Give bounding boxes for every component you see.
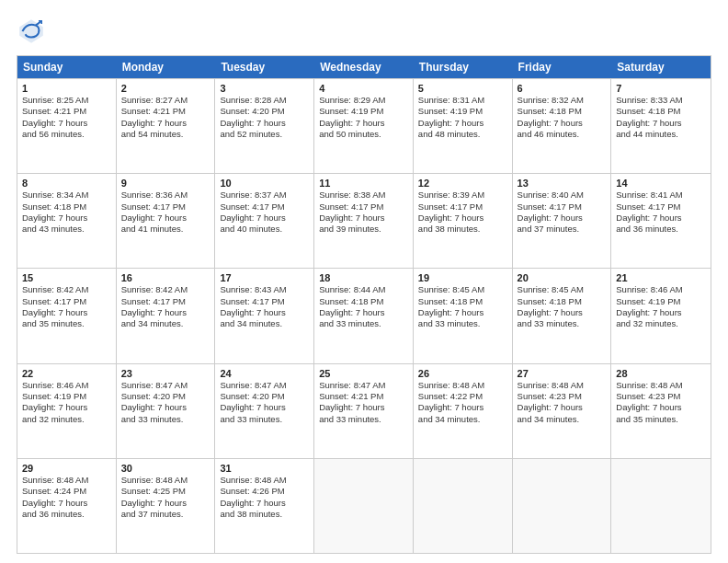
sunrise: Sunrise: 8:43 AM [220,284,309,295]
sunrise: Sunrise: 8:48 AM [22,475,111,486]
sunrise: Sunrise: 8:47 AM [121,380,210,391]
sunrise: Sunrise: 8:32 AM [518,95,607,106]
cal-cell: 30 Sunrise: 8:48 AM Sunset: 4:25 PM Dayl… [117,459,216,553]
sunset: Sunset: 4:24 PM [22,486,111,497]
cal-cell: 31 Sunrise: 8:48 AM Sunset: 4:26 PM Dayl… [215,459,314,553]
sunrise: Sunrise: 8:46 AM [22,380,111,391]
cal-cell: 4 Sunrise: 8:29 AM Sunset: 4:19 PM Dayli… [314,79,414,173]
sunset: Sunset: 4:22 PM [418,391,507,402]
cal-cell: 22 Sunrise: 8:46 AM Sunset: 4:19 PM Dayl… [17,364,117,458]
day-number: 24 [220,368,309,379]
daylight2: and 43 minutes. [22,224,111,235]
sunrise: Sunrise: 8:29 AM [319,95,408,106]
daylight2: and 34 minutes. [121,318,210,329]
day-header-sunday: Sunday [17,56,117,78]
daylight2: and 33 minutes. [220,414,309,425]
daylight1: Daylight: 7 hours [319,402,408,413]
calendar: SundayMondayTuesdayWednesdayThursdayFrid… [17,55,711,554]
daylight1: Daylight: 7 hours [616,118,706,129]
day-number: 6 [518,83,607,94]
day-header-saturday: Saturday [611,56,711,78]
daylight1: Daylight: 7 hours [220,118,309,129]
sunset: Sunset: 4:19 PM [616,296,706,307]
daylight1: Daylight: 7 hours [22,307,111,318]
day-number: 27 [518,368,607,379]
cal-cell: 29 Sunrise: 8:48 AM Sunset: 4:24 PM Dayl… [17,459,117,553]
sunset: Sunset: 4:17 PM [220,201,309,213]
sunset: Sunset: 4:17 PM [220,296,309,307]
cal-cell: 13 Sunrise: 8:40 AM Sunset: 4:17 PM Dayl… [513,174,612,268]
cal-cell: 11 Sunrise: 8:38 AM Sunset: 4:17 PM Dayl… [314,174,414,268]
daylight2: and 37 minutes. [121,509,210,520]
daylight1: Daylight: 7 hours [518,307,607,318]
daylight1: Daylight: 7 hours [220,213,309,224]
daylight1: Daylight: 7 hours [518,213,607,224]
cal-cell: 7 Sunrise: 8:33 AM Sunset: 4:18 PM Dayli… [611,79,711,173]
sunset: Sunset: 4:20 PM [220,106,309,117]
day-number: 30 [121,463,210,474]
cal-cell: 12 Sunrise: 8:39 AM Sunset: 4:17 PM Dayl… [414,174,513,268]
daylight2: and 46 minutes. [518,129,607,140]
cal-cell: 27 Sunrise: 8:48 AM Sunset: 4:23 PM Dayl… [513,364,612,458]
daylight1: Daylight: 7 hours [616,402,706,413]
day-number: 2 [121,83,210,94]
sunrise: Sunrise: 8:48 AM [616,380,706,391]
sunrise: Sunrise: 8:48 AM [418,380,507,391]
day-header-wednesday: Wednesday [314,56,414,78]
cal-cell: 15 Sunrise: 8:42 AM Sunset: 4:17 PM Dayl… [17,269,117,362]
sunset: Sunset: 4:18 PM [319,296,408,307]
daylight2: and 40 minutes. [220,224,309,235]
header [17,17,711,46]
cal-cell: 23 Sunrise: 8:47 AM Sunset: 4:20 PM Dayl… [117,364,216,458]
sunset: Sunset: 4:21 PM [319,391,408,402]
sunrise: Sunrise: 8:40 AM [518,190,607,201]
daylight2: and 33 minutes. [518,318,607,329]
day-number: 16 [121,272,210,283]
sunrise: Sunrise: 8:25 AM [22,95,111,106]
day-number: 12 [418,178,507,189]
sunset: Sunset: 4:21 PM [121,106,210,117]
sunrise: Sunrise: 8:28 AM [220,95,309,106]
daylight1: Daylight: 7 hours [220,402,309,413]
sunrise: Sunrise: 8:48 AM [518,380,607,391]
daylight1: Daylight: 7 hours [616,213,706,224]
day-number: 29 [22,463,111,474]
day-number: 21 [616,272,706,283]
cal-cell: 26 Sunrise: 8:48 AM Sunset: 4:22 PM Dayl… [414,364,513,458]
sunset: Sunset: 4:23 PM [518,391,607,402]
cal-cell: 25 Sunrise: 8:47 AM Sunset: 4:21 PM Dayl… [314,364,414,458]
sunset: Sunset: 4:17 PM [418,201,507,213]
sunset: Sunset: 4:17 PM [616,201,706,213]
sunrise: Sunrise: 8:48 AM [220,475,309,486]
sunrise: Sunrise: 8:38 AM [319,190,408,201]
sunrise: Sunrise: 8:47 AM [319,380,408,391]
sunset: Sunset: 4:20 PM [121,391,210,402]
week-row-1: 1 Sunrise: 8:25 AM Sunset: 4:21 PM Dayli… [17,78,711,173]
day-number: 20 [518,272,607,283]
daylight2: and 33 minutes. [121,414,210,425]
daylight2: and 33 minutes. [319,318,408,329]
daylight1: Daylight: 7 hours [22,402,111,413]
daylight2: and 36 minutes. [22,509,111,520]
cal-cell: 21 Sunrise: 8:46 AM Sunset: 4:19 PM Dayl… [611,269,711,362]
cal-cell: 28 Sunrise: 8:48 AM Sunset: 4:23 PM Dayl… [611,364,711,458]
cal-cell: 9 Sunrise: 8:36 AM Sunset: 4:17 PM Dayli… [117,174,216,268]
daylight1: Daylight: 7 hours [22,118,111,129]
daylight1: Daylight: 7 hours [518,118,607,129]
logo-icon [17,17,46,46]
sunset: Sunset: 4:18 PM [616,106,706,117]
daylight2: and 34 minutes. [418,414,507,425]
sunrise: Sunrise: 8:37 AM [220,190,309,201]
daylight1: Daylight: 7 hours [121,118,210,129]
cal-cell: 19 Sunrise: 8:45 AM Sunset: 4:18 PM Dayl… [414,269,513,362]
sunrise: Sunrise: 8:47 AM [220,380,309,391]
daylight1: Daylight: 7 hours [616,307,706,318]
cal-cell [513,459,612,553]
day-number: 5 [418,83,507,94]
daylight2: and 38 minutes. [418,224,507,235]
day-number: 10 [220,178,309,189]
daylight1: Daylight: 7 hours [319,307,408,318]
cal-cell: 17 Sunrise: 8:43 AM Sunset: 4:17 PM Dayl… [215,269,314,362]
sunset: Sunset: 4:19 PM [418,106,507,117]
daylight1: Daylight: 7 hours [121,402,210,413]
